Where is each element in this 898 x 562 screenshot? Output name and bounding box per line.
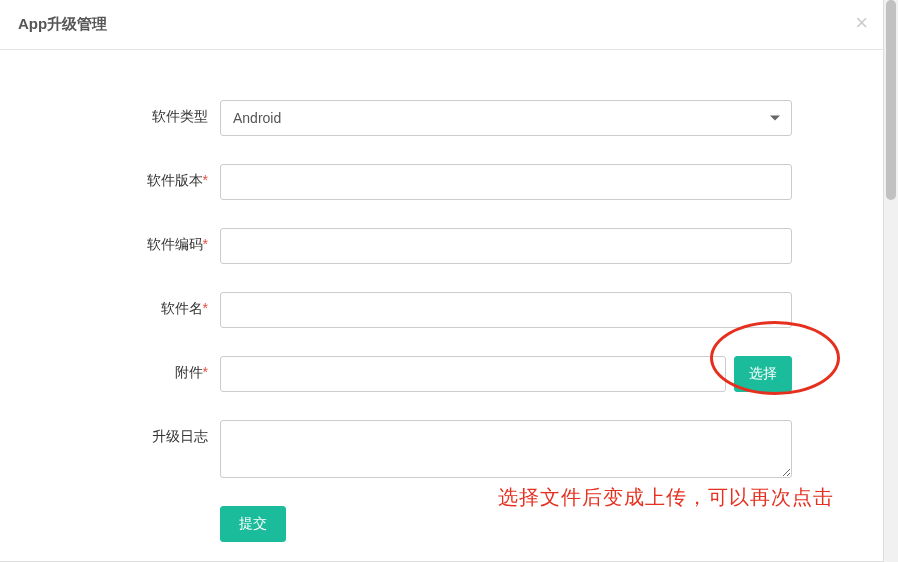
form-row-attachment: 附件* 选择	[20, 356, 863, 392]
label-attachment: 附件*	[20, 356, 220, 382]
form-row-software-name: 软件名*	[20, 292, 863, 328]
form-row-software-code: 软件编码*	[20, 228, 863, 264]
software-type-select[interactable]: Android	[220, 100, 792, 136]
required-mark: *	[203, 300, 208, 316]
control-wrap-software-type: Android	[220, 100, 792, 136]
control-wrap-upgrade-log	[220, 420, 792, 478]
form-row-software-type: 软件类型 Android	[20, 100, 863, 136]
software-code-input[interactable]	[220, 228, 792, 264]
label-software-code: 软件编码*	[20, 228, 220, 254]
close-icon[interactable]: ×	[855, 12, 868, 34]
form-row-software-version: 软件版本*	[20, 164, 863, 200]
control-wrap-software-code	[220, 228, 792, 264]
label-software-version: 软件版本*	[20, 164, 220, 190]
control-wrap-attachment: 选择	[220, 356, 792, 392]
required-mark: *	[203, 172, 208, 188]
submit-wrap: 提交	[220, 506, 286, 542]
upgrade-log-textarea[interactable]	[220, 420, 792, 478]
modal-title: App升级管理	[18, 15, 107, 32]
control-wrap-software-name	[220, 292, 792, 328]
software-version-input[interactable]	[220, 164, 792, 200]
scrollbar-track[interactable]	[884, 0, 898, 562]
annotation-text: 选择文件后变成上传，可以再次点击	[498, 484, 834, 511]
label-software-type: 软件类型	[20, 100, 220, 126]
control-wrap-software-version	[220, 164, 792, 200]
label-upgrade-log: 升级日志	[20, 420, 220, 446]
form-row-upgrade-log: 升级日志	[20, 420, 863, 478]
select-wrap: Android	[220, 100, 792, 136]
modal-header: App升级管理 ×	[0, 0, 883, 50]
software-name-input[interactable]	[220, 292, 792, 328]
required-mark: *	[203, 236, 208, 252]
submit-button[interactable]: 提交	[220, 506, 286, 542]
label-software-name: 软件名*	[20, 292, 220, 318]
attachment-input[interactable]	[220, 356, 726, 392]
modal-container: App升级管理 × 软件类型 Android 软件版本*	[0, 0, 884, 562]
scrollbar-thumb[interactable]	[886, 0, 896, 200]
select-file-button[interactable]: 选择	[734, 356, 792, 392]
submit-row: 提交	[20, 506, 863, 542]
required-mark: *	[203, 364, 208, 380]
